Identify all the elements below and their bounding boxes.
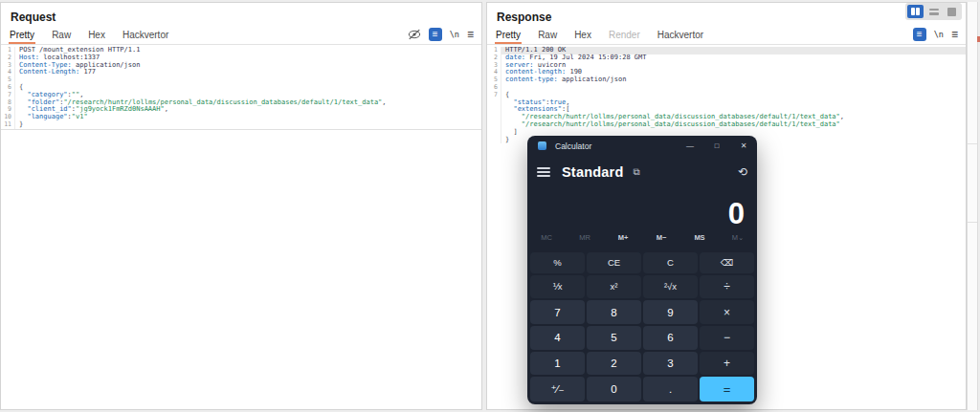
tab-pretty[interactable]: Pretty xyxy=(495,27,522,44)
response-panel-title: Response xyxy=(497,11,956,24)
layout-columns-button[interactable] xyxy=(907,5,924,18)
code-line: 5 xyxy=(1,76,481,84)
memory-button-m+[interactable]: M+ xyxy=(604,233,642,250)
response-tabbar: PrettyRawHexRenderHackvertor ≡ \n ≡ xyxy=(487,26,966,45)
wrap-newlines-button[interactable]: \n xyxy=(450,30,459,39)
calc-key-x²[interactable]: x² xyxy=(587,275,641,299)
response-viewer[interactable]: 1HTTP/1.1 200 OK2date: Fri, 19 Jul 2024 … xyxy=(487,45,966,143)
calc-key-+[interactable]: + xyxy=(700,352,754,376)
response-tabs: PrettyRawHexRenderHackvertor xyxy=(495,27,720,44)
request-editor[interactable]: 1POST /mount_extension HTTP/1.12Host: lo… xyxy=(1,45,481,130)
calc-key-.[interactable]: . xyxy=(643,377,698,401)
calculator-display: 0 xyxy=(527,188,757,233)
memory-button-m−[interactable]: M− xyxy=(642,233,680,250)
tab-hackvertor[interactable]: Hackvertor xyxy=(657,27,704,44)
calc-key-5[interactable]: 5 xyxy=(587,326,641,350)
request-toolbar: ≡ \n ≡ xyxy=(408,28,474,44)
calculator-window-title: Calculator xyxy=(555,141,591,151)
code-line: 6 xyxy=(487,84,966,92)
hide-nonprintable-icon[interactable] xyxy=(408,29,421,40)
tab-raw[interactable]: Raw xyxy=(51,27,72,44)
calc-key-3[interactable]: 3 xyxy=(643,352,698,376)
calculator-keypad: %CEC⌫⅟xx²²√x÷789×456−123+⁺⁄₋0.= xyxy=(527,250,757,404)
calculator-window: Calculator — □ ✕ Standard ⧉ ⟲ 0 MCMRM+M−… xyxy=(527,136,757,404)
request-tabs: PrettyRawHexHackvertor xyxy=(9,27,185,44)
tab-hex[interactable]: Hex xyxy=(573,27,592,44)
keep-on-top-icon[interactable]: ⧉ xyxy=(633,166,639,178)
calculator-nav: Standard ⧉ ⟲ xyxy=(527,156,757,188)
layout-tabs-button[interactable] xyxy=(944,5,960,18)
wrap-newlines-button[interactable]: \n xyxy=(934,30,944,39)
calc-key-=[interactable]: = xyxy=(700,377,754,401)
code-line: 11} xyxy=(1,121,481,130)
code-line: 5content-type: application/json xyxy=(487,76,966,84)
screen: Request PrettyRawHexHackvertor ≡ \n ≡ 1P… xyxy=(0,0,980,412)
layout-rows-button[interactable] xyxy=(925,5,942,18)
layout-switcher xyxy=(905,3,962,20)
code-line: "/research/huntr/lollms/personal_data/di… xyxy=(487,121,966,129)
calc-key-⌫[interactable]: ⌫ xyxy=(700,252,754,273)
calc-key-⁺⁄₋[interactable]: ⁺⁄₋ xyxy=(530,377,585,401)
calc-key-²√x[interactable]: ²√x xyxy=(643,275,698,299)
calc-key-0[interactable]: 0 xyxy=(587,377,641,401)
calc-key-⅟x[interactable]: ⅟x xyxy=(530,275,585,299)
close-button[interactable]: ✕ xyxy=(730,136,757,156)
history-icon[interactable]: ⟲ xyxy=(738,165,747,179)
request-panel: Request PrettyRawHexHackvertor ≡ \n ≡ 1P… xyxy=(0,2,482,410)
tab-pretty[interactable]: Pretty xyxy=(9,27,35,44)
prettify-button[interactable]: ≡ xyxy=(429,28,442,41)
calc-key-9[interactable]: 9 xyxy=(643,300,698,324)
scrollbar[interactable] xyxy=(967,2,978,410)
calc-key-%[interactable]: % xyxy=(530,252,585,273)
request-tabbar: PrettyRawHexHackvertor ≡ \n ≡ xyxy=(1,26,481,45)
calc-key-1[interactable]: 1 xyxy=(530,352,585,376)
editor-menu-icon[interactable]: ≡ xyxy=(951,28,958,41)
maximize-button[interactable]: □ xyxy=(703,136,730,156)
calc-key-C[interactable]: C xyxy=(643,252,698,273)
tab-hackvertor[interactable]: Hackvertor xyxy=(122,27,169,44)
calc-key-×[interactable]: × xyxy=(700,300,754,324)
memory-button-ms[interactable]: MS xyxy=(680,233,719,250)
tab-render: Render xyxy=(608,27,641,44)
calc-key-6[interactable]: 6 xyxy=(643,326,698,350)
code-line: 10 "language":"v1" xyxy=(1,114,481,121)
editor-menu-icon[interactable]: ≡ xyxy=(467,28,474,41)
calc-key-7[interactable]: 7 xyxy=(530,300,585,324)
calc-key-4[interactable]: 4 xyxy=(530,326,585,350)
minimize-button[interactable]: — xyxy=(677,136,703,156)
hamburger-menu-icon[interactable] xyxy=(537,167,550,177)
calc-key-CE[interactable]: CE xyxy=(587,252,641,273)
response-toolbar: ≡ \n ≡ xyxy=(913,28,958,44)
calc-key-−[interactable]: − xyxy=(700,326,754,350)
memory-button-m⌄: M⌄ xyxy=(719,233,757,250)
request-panel-title: Request xyxy=(11,11,472,24)
memory-button-mc: MC xyxy=(527,233,566,250)
calculator-memory-row: MCMRM+M−MSM⌄ xyxy=(527,233,757,250)
calc-key-÷[interactable]: ÷ xyxy=(700,275,754,299)
calculator-mode-label: Standard xyxy=(562,164,623,180)
code-line: 4Content-Length: 177 xyxy=(1,69,481,76)
memory-button-mr: MR xyxy=(566,233,604,250)
calc-key-2[interactable]: 2 xyxy=(587,352,641,376)
calculator-app-icon xyxy=(538,141,546,150)
tab-raw[interactable]: Raw xyxy=(537,27,558,44)
calc-key-8[interactable]: 8 xyxy=(587,300,641,324)
window-controls: — □ ✕ xyxy=(677,136,757,156)
calculator-titlebar[interactable]: Calculator — □ ✕ xyxy=(527,136,757,156)
tab-hex[interactable]: Hex xyxy=(87,27,106,44)
prettify-button[interactable]: ≡ xyxy=(913,28,926,41)
